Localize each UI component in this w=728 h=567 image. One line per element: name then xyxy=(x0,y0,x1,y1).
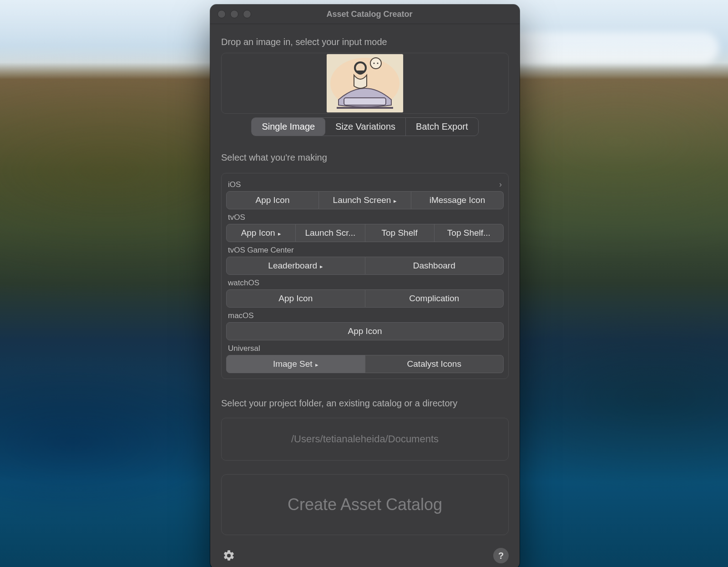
gear-icon xyxy=(222,549,235,562)
menu-arrow-icon: ▸ xyxy=(320,263,323,270)
tvos-gc-dashboard-label: Dashboard xyxy=(413,261,455,271)
output-section-label: Select your project folder, an existing … xyxy=(221,398,509,409)
watchos-app-icon-button[interactable]: App Icon xyxy=(226,289,365,308)
mode-size-variations[interactable]: Size Variations xyxy=(325,118,406,136)
platform-macos-label: macOS xyxy=(228,311,254,320)
create-button-label: Create Asset Catalog xyxy=(288,495,442,514)
macos-app-icon-button[interactable]: App Icon xyxy=(226,322,504,340)
platform-universal: Universal Image Set ▸ Catalyst Icons xyxy=(226,343,504,373)
ios-imessage-label: iMessage Icon xyxy=(430,195,485,205)
svg-point-7 xyxy=(377,63,379,64)
chevron-right-icon: › xyxy=(499,180,502,189)
platform-macos-header: macOS xyxy=(226,310,504,322)
settings-button[interactable] xyxy=(221,548,237,563)
platform-tvos-header: tvOS xyxy=(226,212,504,224)
cloud-decoration xyxy=(491,32,719,64)
watchos-app-icon-label: App Icon xyxy=(278,294,313,304)
image-drop-zone[interactable] xyxy=(221,53,509,114)
tvos-gc-leaderboard-button[interactable]: Leaderboard ▸ xyxy=(226,257,365,275)
tvos-top-shelf-more-button[interactable]: Top Shelf... xyxy=(435,224,504,242)
output-path-well[interactable]: /Users/tetianaleheida/Documents xyxy=(221,418,509,461)
macos-app-icon-label: App Icon xyxy=(348,326,382,336)
tvos-top-shelf-label: Top Shelf xyxy=(382,228,418,238)
platform-macos: macOS App Icon xyxy=(226,310,504,340)
platform-watchos-header: watchOS xyxy=(226,278,504,289)
platform-universal-header: Universal xyxy=(226,343,504,355)
menu-arrow-icon: ▸ xyxy=(394,197,397,204)
tvos-gc-dashboard-button[interactable]: Dashboard xyxy=(365,257,504,275)
watchos-complication-label: Complication xyxy=(409,294,459,304)
footer: ? xyxy=(221,543,509,563)
close-button[interactable] xyxy=(217,10,226,18)
platform-tvos-gc-label: tvOS Game Center xyxy=(228,246,294,255)
platform-ios: iOS › App Icon Launch Screen ▸ iMessage … xyxy=(226,179,504,209)
mode-batch-export[interactable]: Batch Export xyxy=(406,118,478,136)
create-asset-catalog-button[interactable]: Create Asset Catalog xyxy=(221,474,509,535)
ios-launch-screen-button[interactable]: Launch Screen ▸ xyxy=(319,191,411,209)
tvos-top-shelf-button[interactable]: Top Shelf xyxy=(365,224,435,242)
drop-section-label: Drop an image in, select your input mode xyxy=(221,37,509,47)
platform-universal-label: Universal xyxy=(228,344,260,353)
app-window: Asset Catalog Creator Drop an image in, … xyxy=(210,5,520,567)
input-mode-segmented: Single Image Size Variations Batch Expor… xyxy=(251,117,478,136)
platform-watchos: watchOS App Icon Complication xyxy=(226,278,504,308)
svg-point-5 xyxy=(370,58,381,69)
svg-rect-2 xyxy=(344,98,386,105)
dropped-image xyxy=(326,54,404,113)
watchos-complication-button[interactable]: Complication xyxy=(365,289,504,308)
platform-watchos-label: watchOS xyxy=(228,278,259,288)
menu-arrow-icon: ▸ xyxy=(278,230,281,237)
tvos-app-icon-button[interactable]: App Icon ▸ xyxy=(226,224,296,242)
help-button[interactable]: ? xyxy=(493,548,509,563)
tvos-gc-leaderboard-label: Leaderboard xyxy=(268,261,317,271)
help-icon: ? xyxy=(498,551,504,561)
window-content: Drop an image in, select your input mode xyxy=(210,24,520,567)
tvos-app-icon-label: App Icon xyxy=(241,228,275,238)
platform-tvos-gamecenter: tvOS Game Center Leaderboard ▸ Dashboard xyxy=(226,245,504,275)
platforms-panel: iOS › App Icon Launch Screen ▸ iMessage … xyxy=(221,173,509,379)
tvos-launch-screen-label: Launch Scr... xyxy=(305,228,355,238)
tvos-top-shelf-more-label: Top Shelf... xyxy=(447,228,490,238)
universal-catalyst-icons-button[interactable]: Catalyst Icons xyxy=(365,355,504,373)
platform-tvos: tvOS App Icon ▸ Launch Scr... Top Shelf … xyxy=(226,212,504,242)
platform-tvos-label: tvOS xyxy=(228,213,245,222)
window-title: Asset Catalog Creator xyxy=(227,10,512,19)
platform-ios-header[interactable]: iOS › xyxy=(226,179,504,191)
output-path-value: /Users/tetianaleheida/Documents xyxy=(291,433,439,445)
menu-arrow-icon: ▸ xyxy=(315,361,318,368)
universal-image-set-label: Image Set xyxy=(273,359,313,369)
making-section-label: Select what you're making xyxy=(221,152,509,163)
ios-imessage-icon-button[interactable]: iMessage Icon xyxy=(411,191,504,209)
ios-app-icon-label: App Icon xyxy=(256,195,290,205)
ios-app-icon-button[interactable]: App Icon xyxy=(226,191,319,209)
ios-launch-screen-label: Launch Screen xyxy=(333,195,391,205)
platform-ios-label: iOS xyxy=(228,180,241,189)
svg-point-6 xyxy=(374,63,375,64)
tvos-launch-screen-button[interactable]: Launch Scr... xyxy=(296,224,365,242)
universal-image-set-button[interactable]: Image Set ▸ xyxy=(226,355,365,373)
universal-catalyst-label: Catalyst Icons xyxy=(407,359,461,369)
titlebar: Asset Catalog Creator xyxy=(210,5,520,24)
svg-rect-8 xyxy=(337,107,393,109)
platform-tvos-gc-header: tvOS Game Center xyxy=(226,245,504,257)
mode-single-image[interactable]: Single Image xyxy=(252,118,325,136)
